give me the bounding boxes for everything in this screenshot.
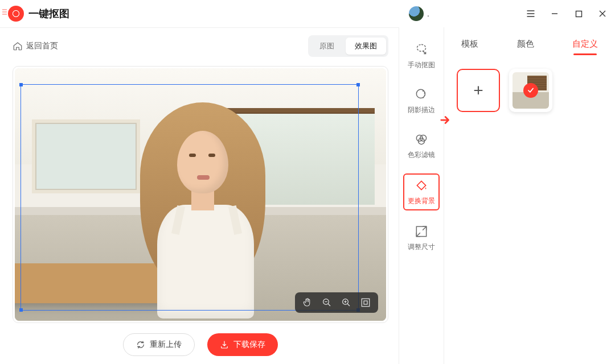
- reupload-label: 重新上传: [150, 340, 182, 350]
- download-label: 下载保存: [233, 340, 265, 350]
- app-logo: 一键抠图: [8, 6, 69, 22]
- selection-rect[interactable]: [20, 84, 359, 311]
- main-area: 返回首页 原图 效果图: [0, 27, 399, 364]
- add-custom-bg[interactable]: +: [457, 69, 500, 112]
- logo-icon: [8, 6, 24, 22]
- svg-rect-0: [576, 11, 581, 16]
- right-panel: 模板 颜色 自定义 +: [444, 27, 615, 364]
- zoom-in-icon[interactable]: [341, 297, 352, 308]
- avatar-name: .: [427, 9, 429, 18]
- custom-bg-list: +: [457, 69, 602, 112]
- pan-tool-icon[interactable]: [302, 297, 313, 308]
- tool-change-background[interactable]: 更换背景: [403, 173, 440, 210]
- zoom-toolbar: [295, 292, 378, 313]
- lasso-icon: [414, 42, 429, 57]
- action-bar: 重新上传 下载保存: [13, 323, 388, 358]
- seg-result[interactable]: 效果图: [346, 38, 386, 55]
- app-title: 一键抠图: [28, 7, 69, 20]
- refresh-icon: [136, 340, 145, 349]
- window-controls: [526, 9, 607, 18]
- callout-arrow-icon: [440, 114, 452, 126]
- download-button[interactable]: 下载保存: [207, 333, 278, 356]
- close-button[interactable]: [598, 9, 607, 18]
- back-home[interactable]: 返回首页: [13, 41, 58, 51]
- maximize-button[interactable]: [574, 9, 583, 18]
- minimize-button[interactable]: [550, 9, 559, 18]
- svg-point-5: [416, 89, 425, 98]
- selected-check-icon: [523, 83, 538, 98]
- filter-icon: [414, 132, 429, 147]
- tool-manual-cutout[interactable]: 手动抠图: [403, 39, 440, 73]
- tool-shadow-stroke[interactable]: 阴影描边: [403, 84, 440, 118]
- tool-color-filter[interactable]: 色彩滤镜: [403, 129, 440, 163]
- view-segment: 原图 效果图: [308, 35, 388, 57]
- tab-color[interactable]: 颜色: [516, 35, 535, 53]
- shadow-icon: [414, 87, 429, 102]
- menu-icon[interactable]: [526, 9, 535, 18]
- svg-rect-3: [362, 299, 370, 307]
- title-bar: 一键抠图 .: [0, 0, 615, 27]
- paint-bucket-icon: [414, 178, 429, 193]
- tool-rail: 手动抠图 阴影描边 色彩滤镜 更换背景 调整尺寸: [399, 27, 444, 364]
- canvas[interactable]: [15, 68, 386, 321]
- home-icon: [13, 41, 23, 51]
- back-label: 返回首页: [26, 41, 58, 51]
- tool-label: 更换背景: [408, 196, 435, 206]
- reupload-button[interactable]: 重新上传: [123, 333, 195, 356]
- tool-label: 手动抠图: [408, 60, 435, 70]
- download-icon: [220, 340, 229, 349]
- tab-custom[interactable]: 自定义: [571, 35, 599, 53]
- custom-bg-item[interactable]: [509, 69, 552, 112]
- canvas-frame: [13, 66, 388, 323]
- svg-rect-4: [364, 301, 367, 304]
- tool-label: 阴影描边: [408, 105, 435, 115]
- zoom-out-icon[interactable]: [321, 297, 333, 308]
- tab-template[interactable]: 模板: [460, 35, 479, 53]
- resize-icon: [414, 224, 429, 239]
- avatar[interactable]: [409, 6, 424, 21]
- seg-original[interactable]: 原图: [310, 38, 343, 55]
- panel-tabs: 模板 颜色 自定义: [457, 35, 602, 56]
- tool-resize[interactable]: 调整尺寸: [403, 221, 440, 255]
- fit-screen-icon[interactable]: [360, 297, 371, 308]
- tool-label: 色彩滤镜: [408, 150, 435, 160]
- plus-icon: +: [473, 81, 483, 100]
- tool-label: 调整尺寸: [408, 242, 435, 252]
